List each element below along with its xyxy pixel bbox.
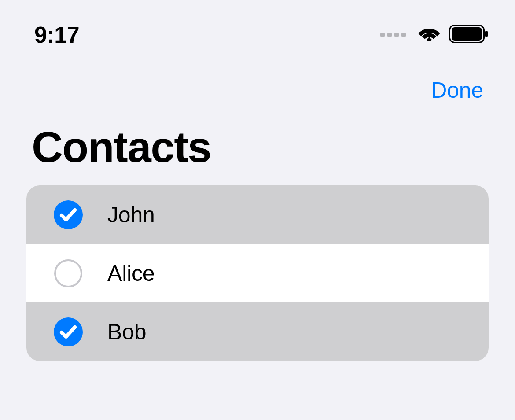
page-title: Contacts xyxy=(0,110,515,185)
svg-point-4 xyxy=(55,260,81,287)
checkmark-circle-icon xyxy=(54,200,83,229)
wifi-icon xyxy=(417,25,441,44)
status-time: 9:17 xyxy=(34,22,79,48)
page-dots-icon xyxy=(380,33,406,37)
list-item[interactable]: Bob xyxy=(26,302,489,361)
list-item[interactable]: John xyxy=(26,185,489,244)
contact-name: Alice xyxy=(107,261,154,286)
list-item[interactable]: Alice xyxy=(26,244,489,302)
empty-circle-icon xyxy=(54,259,83,288)
status-bar: 9:17 xyxy=(0,0,515,53)
contact-name: Bob xyxy=(107,319,146,345)
contacts-list: John Alice Bob xyxy=(26,185,489,361)
svg-rect-1 xyxy=(452,27,482,41)
status-indicators xyxy=(380,25,489,45)
svg-rect-2 xyxy=(485,31,488,37)
battery-icon xyxy=(449,25,489,45)
contact-name: John xyxy=(107,202,155,228)
nav-bar: Done xyxy=(0,53,515,110)
checkmark-circle-icon xyxy=(54,317,83,346)
done-button[interactable]: Done xyxy=(431,77,483,103)
